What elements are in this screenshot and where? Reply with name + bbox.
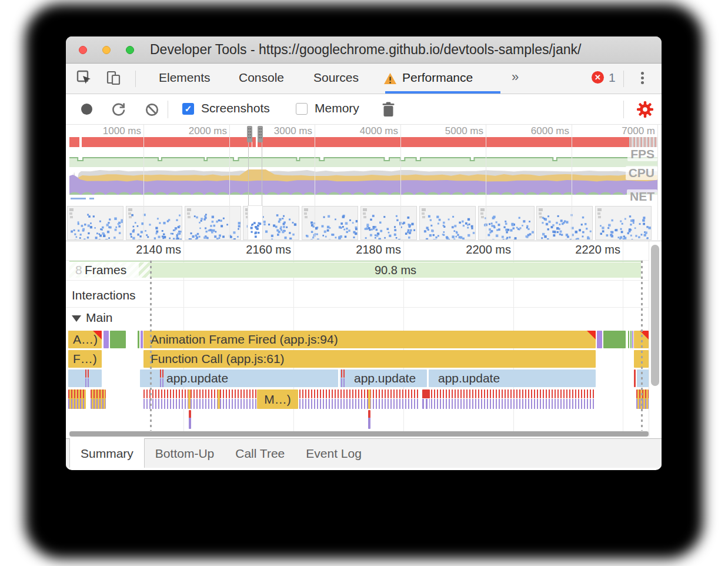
flame-segment [632,331,633,348]
flame-bar[interactable]: A…) [68,331,102,348]
flame-segment [634,369,636,387]
fps-overview-bar [69,137,658,147]
flame-segment[interactable] [143,389,257,409]
trash-icon[interactable] [382,102,395,119]
flame-segment[interactable] [628,331,629,348]
divider [168,101,168,118]
overview-gridline [486,125,486,240]
net-track-label: NET [627,189,657,204]
overview-gridline [229,125,230,240]
screenshot-thumbnail [420,207,475,239]
overview-ruler-tick: 6000 ms [531,125,569,137]
flame-segment[interactable] [422,389,430,409]
flame-segment[interactable] [68,369,102,387]
flame-segment [141,331,143,348]
zoom-window-button[interactable] [126,46,134,54]
filmstrip-frame[interactable] [67,206,123,240]
flame-bar[interactable]: app.update [429,369,596,387]
horizontal-scrollbar-thumb[interactable] [69,431,649,437]
inspect-element-icon[interactable] [76,70,92,88]
screenshot-thumbnail [537,207,592,239]
error-count[interactable]: 1 [609,71,616,85]
tab-sources[interactable]: Sources [313,71,359,85]
flame-bar-label: app.update [340,371,416,385]
timeline-overview[interactable]: FPS CPU NET 1000 ms2000 ms3000 ms4000 ms… [66,125,662,241]
long-task-corner-icon [587,331,596,339]
selected-filmstrip-frame[interactable] [248,205,263,240]
flame-segment[interactable] [68,389,86,409]
flame-segment[interactable] [299,389,420,409]
tab-elements[interactable]: Elements [159,71,211,85]
screenshot-thumbnail [302,207,358,239]
flame-segment[interactable] [603,331,626,348]
flame-bar[interactable]: app.update [340,369,427,387]
filmstrip-frame[interactable] [536,206,593,240]
flame-segment[interactable] [91,389,106,409]
bottom-tab-event-log[interactable]: Event Log [295,439,372,468]
screenshot-thumbnail [361,207,416,239]
filmstrip-frame[interactable] [419,206,476,240]
overview-ruler-tick: 5000 ms [445,125,483,137]
tab-console[interactable]: Console [239,71,284,85]
screenshots-label[interactable]: Screenshots [201,101,270,115]
capture-settings-gear-icon[interactable] [636,101,654,121]
screenshot-thumbnail [68,207,123,239]
kebab-menu-icon[interactable] [641,70,644,85]
close-window-button[interactable] [79,46,87,54]
candy-stripe-icon [341,369,346,387]
overview-ruler-tick: 2000 ms [189,125,227,137]
memory-checkbox[interactable] [296,103,308,115]
device-toolbar-icon[interactable] [106,70,122,88]
selection-left-handle[interactable] [247,126,252,142]
flame-bar-label: M…) [257,392,298,407]
flame-segment[interactable] [138,331,139,348]
flame-segment [597,331,602,348]
bottom-tab-bottom-up[interactable]: Bottom-Up [145,439,225,468]
minimize-window-button[interactable] [102,46,111,54]
bottom-tab-summary[interactable]: Summary [69,438,145,468]
reload-icon[interactable] [111,102,126,120]
flame-bar[interactable]: app.update [140,369,338,387]
flame-bar-label: Function Call (app.js:61) [143,352,285,366]
error-badge-icon[interactable]: ✕ [592,71,604,84]
titlebar: Developer Tools - https://googlechrome.g… [66,36,662,64]
bottom-tab-call-tree[interactable]: Call Tree [225,439,295,468]
flame-bar[interactable]: Function Call (app.js:61) [143,350,596,368]
filmstrip-frame[interactable] [126,206,182,240]
filmstrip-frame[interactable] [595,206,652,240]
clear-icon[interactable] [145,102,159,119]
flame-chart-panel[interactable]: 90.8 ms 8 Frames Interactions Main A…)An… [66,241,662,438]
flame-bar[interactable]: F…) [68,350,102,368]
overview-gridline [657,125,658,240]
memory-label[interactable]: Memory [315,101,359,115]
record-button[interactable] [81,104,92,115]
long-task-corner-icon [93,331,102,339]
flame-segment[interactable] [431,389,596,409]
flame-bar[interactable]: Animation Frame Fired (app.js:94) [143,331,596,348]
flame-segment [368,389,370,409]
more-tabs-chevron[interactable]: » [512,69,519,85]
overview-ruler-tick: 7000 m [622,125,655,137]
flame-segment[interactable] [110,331,126,348]
vertical-scrollbar-thumb[interactable] [651,245,659,386]
screenshots-checkbox[interactable]: ✓ [182,103,194,115]
selection-right-handle[interactable] [258,126,263,142]
overview-ruler-tick: 4000 ms [360,125,398,137]
fps-bar-end-hatch [629,137,658,147]
filmstrip-frame[interactable] [302,206,358,240]
cpu-track-label: CPU [626,166,657,180]
screenshot-thumbnail [479,207,534,239]
bottom-tabbar: SummaryBottom-UpCall TreeEvent Log [66,438,662,468]
flame-segment[interactable] [630,331,632,348]
flame-segment[interactable] [637,369,649,387]
filmstrip-frame[interactable] [185,206,241,240]
overview-gridline [315,125,315,240]
overview-gridline [400,125,401,240]
frame-boundary-marker [641,261,643,431]
flame-bar[interactable]: M…) [257,389,298,409]
screenshot-thumbnail [185,207,241,239]
tab-performance[interactable]: Performance [402,71,473,85]
screenshot-thumbnail [126,207,182,239]
divider [623,101,624,118]
filmstrip-frame[interactable] [360,206,417,240]
